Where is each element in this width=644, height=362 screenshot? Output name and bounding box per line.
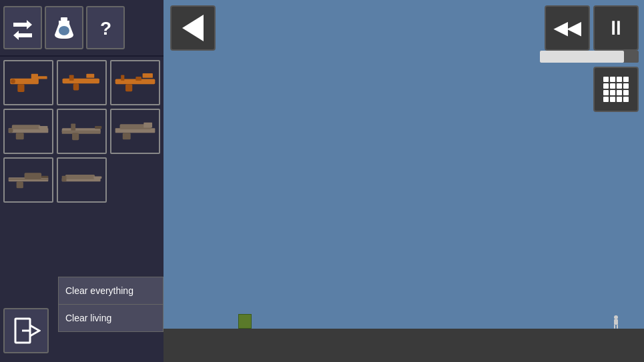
weapon-cell-rifle1[interactable] bbox=[110, 60, 160, 105]
svg-rect-30 bbox=[143, 123, 152, 128]
context-menu: Clear everything Clear living bbox=[58, 277, 164, 332]
swap-button[interactable] bbox=[3, 6, 42, 49]
svg-rect-5 bbox=[38, 77, 47, 79]
help-button[interactable]: ? bbox=[86, 6, 125, 49]
weapon-cell-smg1[interactable] bbox=[57, 60, 107, 105]
player-character bbox=[238, 314, 252, 329]
progress-bar-container bbox=[540, 51, 639, 63]
svg-rect-6 bbox=[17, 85, 24, 93]
svg-rect-32 bbox=[24, 173, 41, 179]
svg-point-44 bbox=[614, 315, 618, 319]
svg-text:?: ? bbox=[100, 18, 111, 39]
grid-icon bbox=[603, 77, 629, 102]
figure-right bbox=[611, 315, 621, 329]
svg-rect-33 bbox=[16, 182, 23, 189]
svg-rect-23 bbox=[61, 131, 100, 134]
svg-rect-24 bbox=[71, 124, 75, 131]
clear-everything-item[interactable]: Clear everything bbox=[59, 277, 163, 305]
weapon-cell-lmg1[interactable] bbox=[57, 157, 107, 203]
svg-rect-18 bbox=[11, 125, 40, 130]
top-toolbar: ? bbox=[0, 0, 164, 57]
weapon-cell-rifle2[interactable] bbox=[110, 109, 160, 154]
items-button[interactable] bbox=[45, 6, 83, 49]
grid-toggle-button[interactable] bbox=[593, 67, 639, 112]
svg-point-7 bbox=[11, 79, 15, 84]
svg-rect-34 bbox=[41, 176, 48, 178]
svg-rect-10 bbox=[86, 74, 94, 78]
svg-point-21 bbox=[8, 129, 13, 133]
svg-rect-16 bbox=[135, 77, 141, 81]
weapon-cell-pistol1[interactable] bbox=[3, 60, 53, 105]
svg-rect-26 bbox=[95, 126, 101, 129]
svg-rect-14 bbox=[142, 73, 152, 78]
svg-rect-39 bbox=[61, 176, 66, 182]
svg-rect-20 bbox=[38, 126, 47, 129]
top-right-controls: ◀◀ ⏸ bbox=[539, 0, 644, 56]
svg-rect-29 bbox=[122, 133, 130, 140]
svg-rect-4 bbox=[31, 74, 37, 81]
progress-bar bbox=[540, 51, 624, 63]
svg-rect-0 bbox=[61, 17, 67, 21]
clear-living-item[interactable]: Clear living bbox=[59, 305, 163, 331]
svg-rect-38 bbox=[93, 177, 101, 179]
svg-rect-11 bbox=[73, 84, 79, 91]
svg-rect-8 bbox=[62, 79, 99, 84]
ground bbox=[164, 329, 644, 362]
svg-rect-47 bbox=[617, 325, 618, 329]
svg-rect-19 bbox=[15, 133, 23, 140]
back-button[interactable] bbox=[170, 5, 216, 51]
svg-rect-25 bbox=[72, 133, 79, 141]
svg-rect-45 bbox=[614, 319, 618, 325]
exit-button[interactable] bbox=[3, 308, 49, 353]
pause-button[interactable]: ⏸ bbox=[593, 5, 639, 51]
weapon-cell-mg1[interactable] bbox=[3, 109, 53, 154]
svg-rect-37 bbox=[65, 175, 94, 179]
svg-rect-9 bbox=[69, 75, 73, 81]
weapon-cell-sniper1[interactable] bbox=[3, 157, 53, 203]
weapon-grid bbox=[0, 57, 164, 206]
weapon-cell-shotgun1[interactable] bbox=[57, 109, 107, 154]
svg-rect-46 bbox=[614, 325, 615, 329]
svg-rect-15 bbox=[125, 85, 132, 92]
rewind-button[interactable]: ◀◀ bbox=[545, 5, 590, 51]
svg-point-1 bbox=[59, 26, 69, 35]
svg-rect-13 bbox=[121, 75, 124, 81]
